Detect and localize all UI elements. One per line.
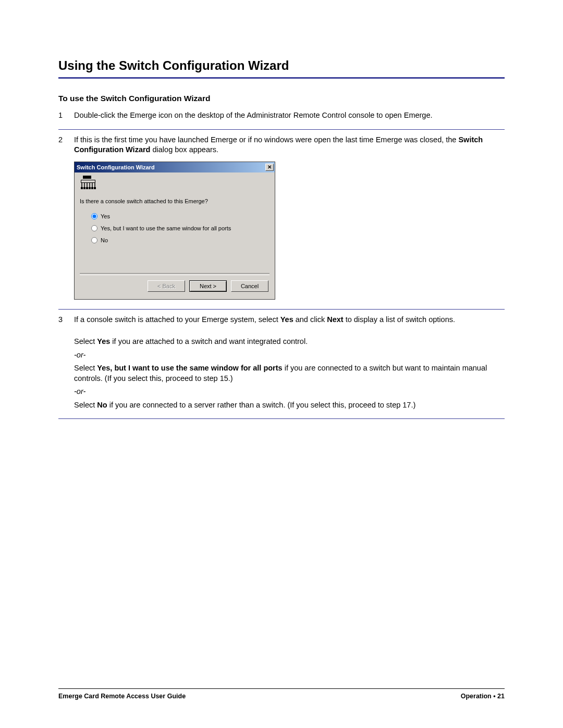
svg-rect-2	[81, 180, 95, 182]
dialog-screenshot: Switch Configuration Wizard ✕	[74, 162, 505, 300]
radio-input[interactable]	[91, 225, 97, 231]
or-separator: -or-	[74, 387, 505, 397]
step-number: 2	[58, 135, 74, 145]
dialog-separator	[80, 273, 270, 275]
dialog-button-row: < Back Next > Cancel	[80, 280, 270, 294]
next-button[interactable]: Next >	[189, 280, 227, 292]
svg-rect-13	[91, 187, 93, 189]
page-title: Using the Switch Configuration Wizard	[58, 57, 505, 79]
footer-left: Emerge Card Remote Access User Guide	[58, 692, 186, 701]
step-number: 3	[58, 315, 74, 325]
svg-rect-14	[94, 187, 96, 189]
svg-rect-10	[83, 187, 85, 189]
dialog-body: Is there a console switch attached to th…	[75, 172, 275, 299]
svg-rect-9	[81, 187, 83, 189]
radio-option-no[interactable]: No	[91, 237, 270, 244]
footer-right: Operation • 21	[461, 692, 505, 701]
dialog-title: Switch Configuration Wizard	[77, 164, 265, 171]
switch-device-icon	[80, 176, 97, 190]
steps-list: 1 Double-click the Emerge icon on the de…	[58, 110, 505, 419]
page-footer: Emerge Card Remote Access User Guide Ope…	[58, 688, 505, 701]
step-text: Double-click the Emerge icon on the desk…	[74, 110, 505, 124]
step-text: If a console switch is attached to your …	[74, 315, 505, 413]
dialog-question: Is there a console switch attached to th…	[80, 198, 270, 205]
or-separator: -or-	[74, 350, 505, 361]
step-3: 3 If a console switch is attached to you…	[58, 315, 505, 419]
radio-input[interactable]	[91, 237, 97, 243]
svg-rect-11	[86, 187, 88, 189]
radio-option-yes[interactable]: Yes	[91, 213, 270, 220]
step-2: 2 If this is the first time you have lau…	[58, 135, 505, 310]
radio-option-yes-same-window[interactable]: Yes, but I want to use the same window f…	[91, 225, 270, 232]
back-button: < Back	[148, 280, 185, 292]
switch-config-wizard-dialog: Switch Configuration Wizard ✕	[74, 162, 275, 300]
radio-input[interactable]	[91, 213, 97, 219]
cancel-button[interactable]: Cancel	[231, 280, 268, 292]
section-title: To use the Switch Configuration Wizard	[58, 93, 505, 104]
step-text: If this is the first time you have launc…	[74, 135, 505, 304]
svg-rect-12	[89, 187, 91, 189]
step-1: 1 Double-click the Emerge icon on the de…	[58, 110, 505, 130]
dialog-titlebar: Switch Configuration Wizard ✕	[75, 162, 275, 172]
step-number: 1	[58, 110, 74, 121]
close-button[interactable]: ✕	[265, 164, 274, 171]
radio-group: Yes Yes, but I want to use the same wind…	[80, 213, 270, 244]
svg-rect-0	[83, 176, 91, 179]
